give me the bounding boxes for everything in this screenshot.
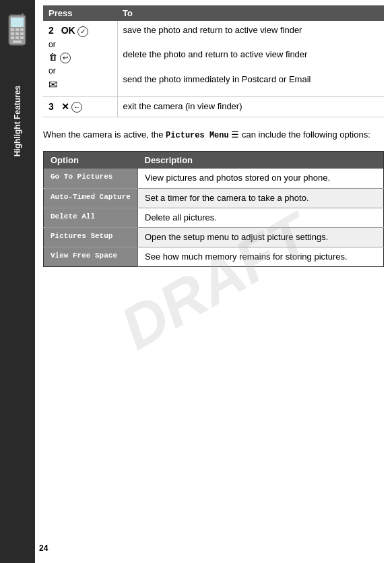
or-label-2: or bbox=[48, 65, 112, 77]
trash-circle: ↩ bbox=[60, 53, 71, 63]
to-text-email: send the photo immediately in Postcard o… bbox=[123, 74, 311, 84]
press-cell-3: 3 ✕ ← bbox=[43, 96, 117, 117]
to-cell-3: exit the camera (in view finder) bbox=[117, 96, 384, 117]
menu-icon: ☰ bbox=[231, 129, 242, 140]
press-header: Press bbox=[43, 5, 117, 21]
to-header: To bbox=[117, 5, 384, 21]
svg-rect-2 bbox=[11, 28, 14, 31]
table-row: View Free SpaceSee how much memory remai… bbox=[44, 247, 384, 267]
instruction-table: Press To 2 OK ✓ or 🗑 ↩ or ✉ sav bbox=[43, 5, 384, 117]
to-text-back: exit the camera (in view finder) bbox=[123, 101, 242, 111]
to-text-trash: delete the photo and return to active vi… bbox=[123, 49, 308, 59]
description-cell: See how much memory remains for storing … bbox=[138, 247, 384, 267]
option-cell: View Free Space bbox=[44, 247, 138, 267]
main-content: Press To 2 OK ✓ or 🗑 ↩ or ✉ sav bbox=[35, 0, 392, 563]
sidebar-label: Highlight Features bbox=[0, 54, 35, 189]
table-row: Go To PicturesView pictures and photos s… bbox=[44, 169, 384, 188]
svg-rect-1 bbox=[11, 18, 24, 27]
svg-rect-7 bbox=[20, 32, 24, 35]
svg-rect-6 bbox=[15, 32, 19, 35]
table-row: Pictures SetupOpen the setup menu to adj… bbox=[44, 227, 384, 247]
to-text-ok: save the photo and return to active view… bbox=[123, 25, 302, 35]
back-circle: ← bbox=[71, 102, 82, 113]
or-label-1: or bbox=[48, 39, 112, 51]
phone-icon bbox=[5, 13, 29, 51]
ok-key: OK bbox=[61, 25, 75, 36]
sidebar: Highlight Features bbox=[0, 0, 35, 563]
table-row: Delete AllDelete all pictures. bbox=[44, 208, 384, 227]
option-cell: Go To Pictures bbox=[44, 169, 138, 188]
page-number: 24 bbox=[39, 543, 48, 553]
option-cell: Delete All bbox=[44, 208, 138, 227]
description-cell: View pictures and photos stored on your … bbox=[138, 169, 384, 188]
svg-rect-11 bbox=[13, 40, 22, 43]
trash-key-icon: 🗑 bbox=[48, 52, 57, 62]
press-cell: 2 OK ✓ or 🗑 ↩ or ✉ bbox=[43, 21, 117, 96]
description-cell: Delete all pictures. bbox=[138, 208, 384, 227]
description-header: Description bbox=[138, 152, 384, 169]
intro-paragraph: When the camera is active, the Pictures … bbox=[43, 128, 384, 142]
option-header: Option bbox=[44, 152, 138, 169]
svg-rect-5 bbox=[11, 32, 14, 35]
option-cell: Pictures Setup bbox=[44, 227, 138, 247]
svg-rect-9 bbox=[15, 36, 19, 39]
table-row: Auto-Timed CaptureSet a timer for the ca… bbox=[44, 188, 384, 208]
svg-rect-3 bbox=[15, 28, 19, 31]
back-key: ✕ bbox=[61, 101, 69, 112]
svg-rect-10 bbox=[20, 36, 24, 39]
description-cell: Open the setup menu to adjust picture se… bbox=[138, 227, 384, 247]
svg-rect-4 bbox=[20, 28, 24, 31]
options-table: Option Description Go To PicturesView pi… bbox=[43, 151, 384, 267]
table-row: 2 OK ✓ or 🗑 ↩ or ✉ save the photo and re… bbox=[43, 21, 384, 96]
step-number-3: 3 bbox=[48, 101, 54, 112]
ok-key-icon: ✓ bbox=[77, 26, 88, 37]
description-cell: Set a timer for the camera to take a pho… bbox=[138, 188, 384, 208]
table-row: 3 ✕ ← exit the camera (in view finder) bbox=[43, 96, 384, 117]
email-icon: ✉ bbox=[48, 79, 57, 90]
option-cell: Auto-Timed Capture bbox=[44, 188, 138, 208]
svg-rect-8 bbox=[11, 36, 14, 39]
step-number: 2 bbox=[48, 25, 54, 36]
to-cell-2: save the photo and return to active view… bbox=[117, 21, 384, 96]
